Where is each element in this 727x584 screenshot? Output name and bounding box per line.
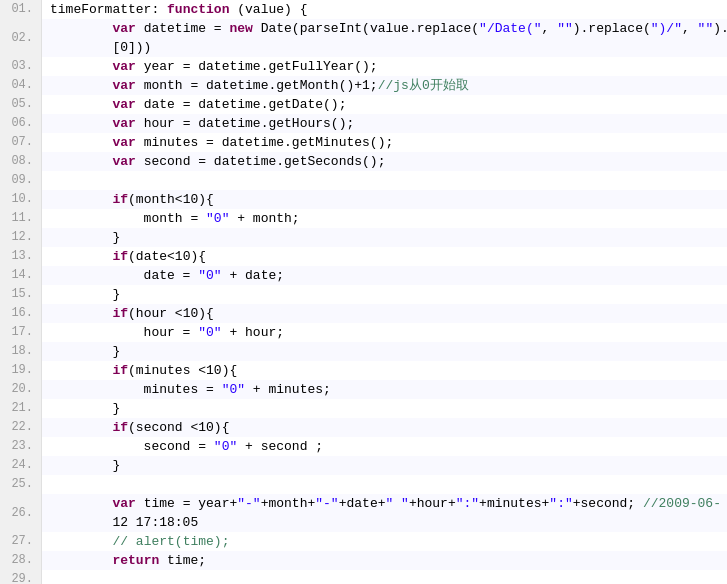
code-line: date = "0" + date; xyxy=(42,266,727,285)
line-number: 08. xyxy=(0,152,41,171)
code-line: var minutes = datetime.getMinutes(); xyxy=(42,133,727,152)
line-number: 17. xyxy=(0,323,41,342)
code-line: hour = "0" + hour; xyxy=(42,323,727,342)
line-number: 07. xyxy=(0,133,41,152)
line-number: 20. xyxy=(0,380,41,399)
line-number: 22. xyxy=(0,418,41,437)
code-line: var second = datetime.getSeconds(); xyxy=(42,152,727,171)
code-line xyxy=(42,570,727,584)
line-number: 21. xyxy=(0,399,41,418)
line-number: 27. xyxy=(0,532,41,551)
line-number: 25. xyxy=(0,475,41,494)
code-line: return time; xyxy=(42,551,727,570)
code-line: if(second <10){ xyxy=(42,418,727,437)
line-number: 06. xyxy=(0,114,41,133)
line-number: 11. xyxy=(0,209,41,228)
code-line: timeFormatter: function (value) { xyxy=(42,0,727,19)
line-number: 29. xyxy=(0,570,41,584)
code-line: minutes = "0" + minutes; xyxy=(42,380,727,399)
code-line: if(hour <10){ xyxy=(42,304,727,323)
line-number: 01. xyxy=(0,0,41,19)
line-number: 09. xyxy=(0,171,41,190)
code-line: } xyxy=(42,285,727,304)
code-line: } xyxy=(42,456,727,475)
code-line: } xyxy=(42,342,727,361)
code-line: } xyxy=(42,399,727,418)
line-numbers: 01.02.03.04.05.06.07.08.09.10.11.12.13.1… xyxy=(0,0,42,584)
line-number: 05. xyxy=(0,95,41,114)
code-line: var month = datetime.getMonth()+1;//js从0… xyxy=(42,76,727,95)
code-line: second = "0" + second ; xyxy=(42,437,727,456)
code-line xyxy=(42,171,727,190)
code-editor: 01.02.03.04.05.06.07.08.09.10.11.12.13.1… xyxy=(0,0,727,584)
code-content[interactable]: timeFormatter: function (value) { var da… xyxy=(42,0,727,584)
line-number: 12. xyxy=(0,228,41,247)
code-line: var date = datetime.getDate(); xyxy=(42,95,727,114)
line-number: 13. xyxy=(0,247,41,266)
line-number: 24. xyxy=(0,456,41,475)
code-line: month = "0" + month; xyxy=(42,209,727,228)
line-number: 16. xyxy=(0,304,41,323)
code-line: var year = datetime.getFullYear(); xyxy=(42,57,727,76)
line-number: 19. xyxy=(0,361,41,380)
code-line: var datetime = new Date(parseInt(value.r… xyxy=(42,19,727,57)
line-number: 15. xyxy=(0,285,41,304)
code-line: } xyxy=(42,228,727,247)
line-number: 28. xyxy=(0,551,41,570)
code-line: if(month<10){ xyxy=(42,190,727,209)
code-line xyxy=(42,475,727,494)
code-line: if(minutes <10){ xyxy=(42,361,727,380)
line-number: 18. xyxy=(0,342,41,361)
line-number: 10. xyxy=(0,190,41,209)
line-number: 02. xyxy=(0,19,41,57)
code-line: // alert(time); xyxy=(42,532,727,551)
code-line: var hour = datetime.getHours(); xyxy=(42,114,727,133)
code-line: var time = year+"-"+month+"-"+date+" "+h… xyxy=(42,494,727,532)
line-number: 04. xyxy=(0,76,41,95)
line-number: 14. xyxy=(0,266,41,285)
code-line: if(date<10){ xyxy=(42,247,727,266)
line-number: 03. xyxy=(0,57,41,76)
line-number: 26. xyxy=(0,494,41,532)
line-number: 23. xyxy=(0,437,41,456)
